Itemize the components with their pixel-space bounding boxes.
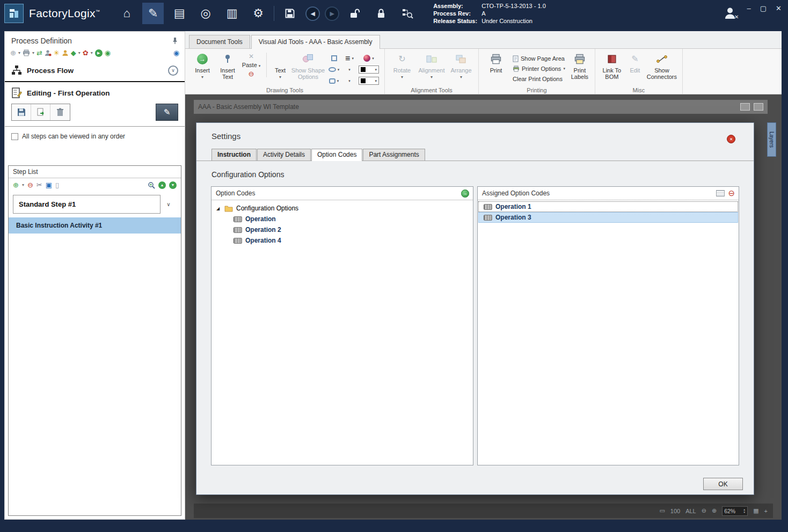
tab-document-tools[interactable]: Document Tools xyxy=(189,35,250,48)
fit-width-icon[interactable]: ▭ xyxy=(659,507,665,514)
news-icon[interactable]: ▥ xyxy=(221,3,243,24)
save-step-icon[interactable] xyxy=(12,104,31,120)
delete-icon[interactable] xyxy=(50,104,70,120)
cut-icon[interactable]: ✂ xyxy=(37,181,42,189)
documents-icon[interactable]: ▤ xyxy=(169,3,190,24)
move-up-icon[interactable]: ▲ xyxy=(158,181,166,189)
zoom-step-icon[interactable] xyxy=(148,181,155,189)
remove-step-icon[interactable]: ⊖ xyxy=(27,181,33,189)
printer-options-button[interactable]: Printer Options ▾ xyxy=(513,64,565,73)
edit-codes-icon[interactable] xyxy=(716,190,725,196)
zoom-100-button[interactable]: 100 xyxy=(670,508,680,514)
line-style-button[interactable]: ≡▾ xyxy=(343,54,356,63)
assign-option-icon[interactable]: → xyxy=(461,190,469,198)
edit-activity-button[interactable]: ✎ xyxy=(156,104,178,121)
expand-view-icon[interactable]: + xyxy=(764,508,768,514)
assigned-item[interactable]: Operation 1 xyxy=(478,201,738,212)
chevron-down-icon[interactable]: ∨ xyxy=(160,201,177,207)
show-shape-options-button[interactable]: Show Shape Options xyxy=(291,50,325,80)
option-code-item[interactable]: Operation 2 xyxy=(211,224,473,235)
tab-activity-details[interactable]: Activity Details xyxy=(257,149,311,161)
zoom-all-button[interactable]: ALL xyxy=(685,508,696,514)
color-sphere-button[interactable]: ▾ xyxy=(359,55,379,62)
settings-gear-icon[interactable]: ⚙ xyxy=(247,3,269,24)
remove-shape-icon[interactable]: ⊖ xyxy=(249,70,254,78)
chevron-down-icon[interactable]: ▾ xyxy=(91,50,93,55)
back-icon[interactable]: ◀ xyxy=(305,6,320,21)
show-connectors-button[interactable]: Show Connectors xyxy=(645,50,679,80)
flower-icon[interactable]: ✿ xyxy=(83,49,89,57)
text-button[interactable]: Text ▾ xyxy=(269,50,291,81)
show-page-area-button[interactable]: Show Page Area xyxy=(513,54,565,63)
start-icon[interactable]: ▶ xyxy=(95,49,103,57)
tab-option-codes[interactable]: Option Codes xyxy=(311,149,362,161)
maximize-button[interactable]: ▢ xyxy=(760,4,767,12)
chevron-down-icon[interactable]: ▾ xyxy=(22,183,24,187)
info-icon[interactable]: ◉ xyxy=(173,49,179,57)
zoom-level-spinner[interactable]: 62% ▲▼ xyxy=(722,506,748,516)
transfer-icon[interactable]: ⇄ xyxy=(37,49,42,57)
layers-tab[interactable]: Layers xyxy=(767,122,776,157)
line-weight-dropdown[interactable]: ▾ xyxy=(343,68,356,72)
package-icon[interactable]: ◆ xyxy=(71,49,76,57)
chevron-down-icon[interactable]: ▾ xyxy=(78,50,81,55)
close-button[interactable]: ✕ xyxy=(776,4,782,12)
lamp-icon[interactable]: ✳ xyxy=(54,49,60,57)
save-icon[interactable] xyxy=(279,3,301,24)
edit-button[interactable]: ✎ Edit xyxy=(625,50,645,74)
toggle-layout-icon[interactable] xyxy=(740,103,750,111)
forward-icon[interactable]: ▶ xyxy=(325,6,339,21)
pin-icon[interactable] xyxy=(172,37,178,45)
add-icon[interactable]: ⊕ xyxy=(10,49,16,57)
line-end-dropdown[interactable]: ▾ xyxy=(343,79,356,83)
link-to-bom-button[interactable]: Link To BOM xyxy=(599,50,625,80)
import-icon[interactable] xyxy=(31,104,50,120)
move-down-icon[interactable]: ▼ xyxy=(169,181,177,189)
process-definition-icon[interactable]: ✎ xyxy=(142,3,164,24)
option-code-item[interactable]: Operation 4 xyxy=(211,235,473,246)
assigned-item-selected[interactable]: Operation 3 xyxy=(478,212,738,223)
print-button[interactable]: Print xyxy=(482,50,510,74)
add-step-icon[interactable]: ⊕ xyxy=(13,181,19,189)
process-flow-label[interactable]: Process Flow xyxy=(27,67,163,75)
chevron-down-icon[interactable]: ▾ xyxy=(18,50,20,55)
tab-visual-aid-tools[interactable]: Visual Aid Tools - AAA - Basic Assembly xyxy=(251,35,380,49)
record-icon[interactable]: ◉ xyxy=(105,49,111,57)
ok-button[interactable]: OK xyxy=(703,478,743,490)
search-tree-icon[interactable] xyxy=(397,3,418,24)
navigate-icon[interactable]: ◎ xyxy=(195,3,216,24)
user-remove-icon[interactable] xyxy=(45,49,52,56)
tab-part-assignments[interactable]: Part Assignments xyxy=(363,149,425,161)
user-gold-icon[interactable] xyxy=(62,49,69,56)
tree-root-row[interactable]: ◢ Configuration Options xyxy=(211,203,473,214)
delete-shape-icon[interactable]: ✕ xyxy=(249,53,254,60)
remove-assigned-icon[interactable]: ⊖ xyxy=(728,190,735,196)
user-account-icon[interactable]: ✕ xyxy=(724,6,739,19)
any-order-checkbox[interactable] xyxy=(11,133,18,140)
print-icon[interactable] xyxy=(23,49,30,56)
unlock-icon[interactable] xyxy=(344,3,366,24)
tab-instruction[interactable]: Instruction xyxy=(211,149,257,161)
paste-button[interactable]: Paste ▾ xyxy=(242,62,261,68)
copy-icon[interactable]: ▣ xyxy=(46,181,52,189)
grid-zoom-icon[interactable]: ▦ xyxy=(753,507,758,514)
alignment-button[interactable]: Alignment ▾ xyxy=(416,50,447,81)
minimize-button[interactable]: – xyxy=(747,4,751,12)
option-code-item[interactable]: Operation xyxy=(211,214,473,224)
zoom-in-icon[interactable]: ⊕ xyxy=(712,507,717,514)
insert-button[interactable]: → Insert ▾ xyxy=(188,50,216,81)
fill-color-combo[interactable]: ▾ xyxy=(359,77,379,85)
paste-icon[interactable]: ▯ xyxy=(55,181,59,189)
activity-item-selected[interactable]: Basic Instruction Activity #1 xyxy=(9,217,181,234)
zoom-out-icon[interactable]: ⊖ xyxy=(702,507,706,514)
dialog-close-button[interactable]: ✕ xyxy=(727,135,735,143)
toggle-preview-icon[interactable] xyxy=(754,103,763,111)
rotate-button[interactable]: ↻ Rotate ▾ xyxy=(388,50,416,81)
rectangle-shape-button[interactable] xyxy=(327,55,340,61)
expander-icon[interactable]: ◢ xyxy=(216,206,221,211)
ellipse-shape-button[interactable]: ▾ xyxy=(327,67,340,72)
step-item[interactable]: Standard Step #1 xyxy=(13,195,160,214)
stroke-color-combo[interactable]: ▾ xyxy=(359,65,379,74)
collapse-chevron-icon[interactable]: ∨ xyxy=(168,65,178,76)
lock-icon[interactable] xyxy=(370,3,392,24)
